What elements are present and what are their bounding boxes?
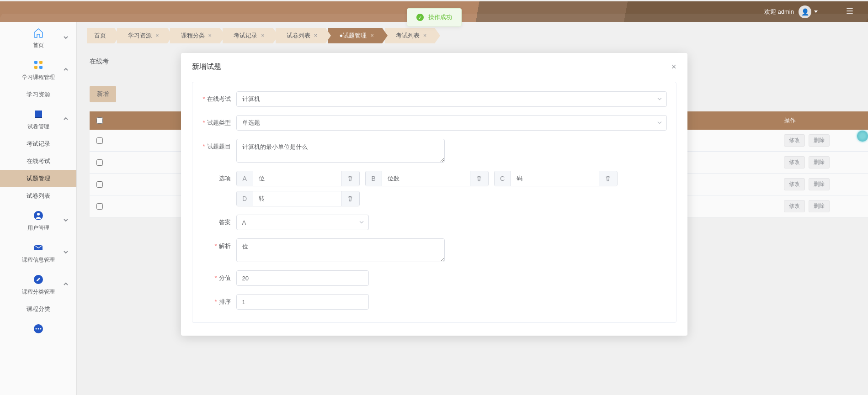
delete-icon[interactable] [341,171,359,186]
title-textarea[interactable]: 计算机的最小单位是什么 [236,139,445,163]
options-label: 选项 [202,171,236,186]
option-letter: C [495,171,511,186]
chevron-down-icon [359,219,364,226]
sort-input[interactable] [236,294,369,310]
add-question-dialog: 新增试题 × 在线考试 计算机 试题类型 单选题 [181,53,687,336]
option-input[interactable] [253,171,341,186]
option-input[interactable] [382,171,470,186]
option-letter: D [237,191,253,206]
check-icon: ✓ [416,14,424,21]
answer-label: 答案 [202,215,236,230]
sort-label: 排序 [202,294,236,310]
option-b: B [365,171,489,186]
chevron-down-icon [657,120,662,126]
close-icon[interactable]: × [671,62,676,72]
option-letter: A [237,171,253,186]
analysis-label: 解析 [202,238,236,254]
score-input[interactable] [236,270,369,286]
type-select[interactable]: 单选题 [236,115,667,131]
option-c: C [494,171,618,186]
dialog-title: 新增试题 [192,62,221,72]
delete-icon[interactable] [599,171,617,186]
toast-message: 操作成功 [428,13,452,21]
success-toast: ✓ 操作成功 [407,8,462,26]
option-input[interactable] [511,171,599,186]
chevron-down-icon [657,96,662,103]
title-label: 试题题目 [202,139,236,154]
score-label: 分值 [202,270,236,286]
type-label: 试题类型 [202,115,236,131]
option-d: D [236,191,360,206]
exam-label: 在线考试 [202,91,236,107]
option-letter: B [366,171,382,186]
option-a: A [236,171,360,186]
answer-select[interactable]: A [236,215,369,230]
option-input[interactable] [253,191,341,206]
delete-icon[interactable] [341,191,359,206]
scroll-indicator[interactable] [857,131,868,142]
analysis-textarea[interactable]: 位 [236,238,445,262]
delete-icon[interactable] [470,171,488,186]
exam-select[interactable]: 计算机 [236,91,667,107]
